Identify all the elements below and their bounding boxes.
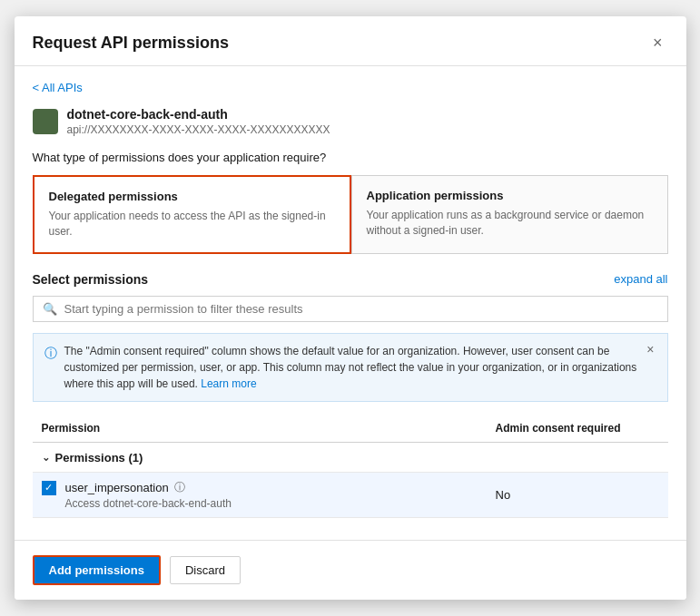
permission-type-question: What type of permissions does your appli…	[33, 151, 668, 164]
permission-checkbox[interactable]: ✓	[42, 481, 56, 495]
learn-more-link[interactable]: Learn more	[201, 377, 256, 390]
close-button[interactable]: ×	[647, 33, 668, 53]
info-banner-close-button[interactable]: ×	[645, 343, 656, 356]
info-icon: ⓘ	[44, 344, 57, 363]
table-header-row: Permission Admin consent required	[33, 415, 668, 443]
table-head: Permission Admin consent required	[33, 415, 668, 443]
dialog-header: Request API permissions ×	[15, 16, 686, 66]
permission-column-header: Permission	[33, 415, 487, 443]
application-permissions-desc: Your application runs as a background se…	[367, 208, 653, 239]
table-body: ⌄ Permissions (1) ✓	[33, 442, 668, 517]
delegated-permissions-card[interactable]: Delegated permissions Your application n…	[33, 175, 351, 254]
permissions-table: Permission Admin consent required ⌄ Perm…	[33, 415, 668, 518]
discard-button[interactable]: Discard	[170, 556, 241, 584]
search-input[interactable]	[64, 302, 658, 316]
table-row: ✓ user_impersonation ⓘ Access dotnet-cor…	[33, 472, 668, 517]
perm-name-info: user_impersonation ⓘ Access dotnet-core-…	[65, 480, 232, 510]
chevron-down-icon: ⌄	[42, 452, 50, 464]
application-permissions-card[interactable]: Application permissions Your application…	[351, 175, 668, 254]
api-name: dotnet-core-back-end-auth	[67, 107, 330, 122]
search-box: 🔍	[33, 296, 668, 322]
select-permissions-label: Select permissions	[33, 272, 149, 287]
permission-name-cell: ✓ user_impersonation ⓘ Access dotnet-cor…	[33, 472, 487, 517]
delegated-permissions-title: Delegated permissions	[49, 190, 335, 203]
dialog: Request API permissions × < All APIs dot…	[15, 16, 686, 600]
permission-group-row: ⌄ Permissions (1)	[33, 442, 668, 472]
dialog-footer: Add permissions Discard	[15, 540, 686, 600]
permission-description: Access dotnet-core-back-end-auth	[65, 497, 232, 510]
perm-name-cell: ✓ user_impersonation ⓘ Access dotnet-cor…	[42, 480, 478, 510]
delegated-permissions-desc: Your application needs to access the API…	[49, 209, 335, 240]
group-toggle[interactable]: ⌄ Permissions (1)	[42, 451, 143, 464]
admin-consent-value: No	[487, 472, 668, 517]
api-uri: api://XXXXXXXX-XXXX-XXXX-XXXX-XXXXXXXXXX…	[67, 123, 330, 136]
select-permissions-header: Select permissions expand all	[33, 272, 668, 287]
api-info: dotnet-core-back-end-auth api://XXXXXXXX…	[33, 107, 668, 136]
info-banner: ⓘ The "Admin consent required" column sh…	[33, 333, 668, 402]
info-banner-text: The "Admin consent required" column show…	[64, 343, 638, 392]
expand-all-link[interactable]: expand all	[614, 272, 667, 286]
add-permissions-button[interactable]: Add permissions	[33, 555, 161, 585]
api-icon	[33, 109, 58, 134]
admin-consent-column-header: Admin consent required	[487, 415, 668, 443]
permission-types: Delegated permissions Your application n…	[33, 175, 668, 254]
application-permissions-title: Application permissions	[367, 189, 653, 202]
search-icon: 🔍	[43, 302, 57, 316]
dialog-title: Request API permissions	[33, 34, 229, 53]
permission-info-icon[interactable]: ⓘ	[174, 480, 185, 495]
api-details: dotnet-core-back-end-auth api://XXXXXXXX…	[67, 107, 330, 136]
dialog-body: < All APIs dotnet-core-back-end-auth api…	[15, 66, 686, 540]
permission-name: user_impersonation	[65, 481, 169, 494]
group-name: Permissions (1)	[55, 451, 143, 464]
all-apis-link[interactable]: < All APIs	[33, 81, 83, 94]
